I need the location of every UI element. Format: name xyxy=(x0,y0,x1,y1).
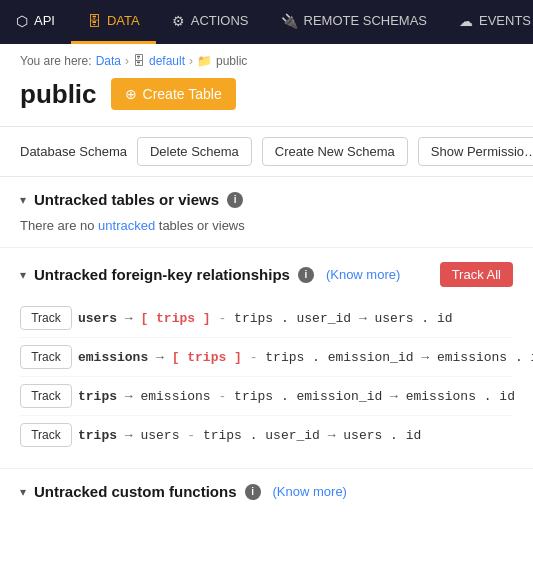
track-button-2[interactable]: Track xyxy=(20,384,72,408)
delete-schema-label: Delete Schema xyxy=(150,144,239,159)
schema-toolbar: Database Schema Delete Schema Create New… xyxy=(0,126,533,177)
delete-schema-button[interactable]: Delete Schema xyxy=(137,137,252,166)
table-row: Track trips → emissions - trips . emissi… xyxy=(20,377,513,416)
know-more-fk-link[interactable]: (Know more) xyxy=(326,267,400,282)
breadcrumb-data-link[interactable]: Data xyxy=(96,54,121,68)
create-new-schema-label: Create New Schema xyxy=(275,144,395,159)
nav-label-actions: ACTIONS xyxy=(191,13,249,28)
rel-detail-0: users → [ trips ] - trips . user_id → us… xyxy=(78,311,453,326)
track-all-button[interactable]: Track All xyxy=(440,262,513,287)
rel-detail-2: trips → emissions - trips . emission_id … xyxy=(78,389,515,404)
nav-item-data[interactable]: 🗄 DATA xyxy=(71,0,156,44)
nav-item-actions[interactable]: ⚙ ACTIONS xyxy=(156,0,265,44)
untracked-tables-title: Untracked tables or views xyxy=(34,191,219,208)
chevron-down-icon: ▾ xyxy=(20,193,26,207)
show-permissions-label: Show Permissio… xyxy=(431,144,533,159)
untracked-functions-title: Untracked custom functions xyxy=(34,483,237,500)
page-header: public ⊕ Create Table xyxy=(0,74,533,126)
breadcrumb-public: public xyxy=(216,54,247,68)
chevron-down-icon-fk: ▾ xyxy=(20,268,26,282)
know-more-functions-link[interactable]: (Know more) xyxy=(273,484,347,499)
plus-icon: ⊕ xyxy=(125,86,137,102)
create-table-label: Create Table xyxy=(143,86,222,102)
untracked-link[interactable]: untracked xyxy=(98,218,155,233)
create-new-schema-button[interactable]: Create New Schema xyxy=(262,137,408,166)
chevron-down-icon-functions: ▾ xyxy=(20,485,26,499)
rel-detail-3: trips → users - trips . user_id → users … xyxy=(78,428,421,443)
track-button-0[interactable]: Track xyxy=(20,306,72,330)
data-icon: 🗄 xyxy=(87,13,101,29)
untracked-fk-header[interactable]: ▾ Untracked foreign-key relationships i … xyxy=(20,262,513,287)
untracked-fk-section: ▾ Untracked foreign-key relationships i … xyxy=(0,248,533,469)
create-table-button[interactable]: ⊕ Create Table xyxy=(111,78,236,110)
breadcrumb: You are here: Data › 🗄 default › 📁 publi… xyxy=(0,44,533,74)
relationships-list: Track users → [ trips ] - trips . user_i… xyxy=(20,299,513,454)
top-navigation: ⬡ API 🗄 DATA ⚙ ACTIONS 🔌 REMOTE SCHEMAS … xyxy=(0,0,533,44)
untracked-tables-section: ▾ Untracked tables or views i There are … xyxy=(0,177,533,248)
schema-label: Database Schema xyxy=(20,144,127,159)
untracked-tables-header[interactable]: ▾ Untracked tables or views i xyxy=(20,191,513,208)
main-content: ▾ Untracked tables or views i There are … xyxy=(0,177,533,524)
nav-label-events: EVENTS xyxy=(479,13,531,28)
table-row: Track emissions → [ trips ] - trips . em… xyxy=(20,338,513,377)
table-row: Track users → [ trips ] - trips . user_i… xyxy=(20,299,513,338)
no-untracked-tables-text: There are no untracked tables or views xyxy=(20,218,513,233)
actions-icon: ⚙ xyxy=(172,13,185,29)
nav-label-data: DATA xyxy=(107,13,140,28)
breadcrumb-sep1: › xyxy=(125,54,129,68)
untracked-fk-title: Untracked foreign-key relationships xyxy=(34,266,290,283)
track-button-3[interactable]: Track xyxy=(20,423,72,447)
table-row: Track trips → users - trips . user_id → … xyxy=(20,416,513,454)
track-button-1[interactable]: Track xyxy=(20,345,72,369)
events-icon: ☁ xyxy=(459,13,473,29)
untracked-tables-info-icon[interactable]: i xyxy=(227,192,243,208)
remote-schemas-icon: 🔌 xyxy=(281,13,298,29)
breadcrumb-default-link[interactable]: default xyxy=(149,54,185,68)
breadcrumb-prefix: You are here: xyxy=(20,54,92,68)
show-permissions-button[interactable]: Show Permissio… xyxy=(418,137,533,166)
page-title: public xyxy=(20,79,97,110)
nav-label-remote-schemas: REMOTE SCHEMAS xyxy=(304,13,428,28)
untracked-functions-section: ▾ Untracked custom functions i (Know mor… xyxy=(0,469,533,524)
api-icon: ⬡ xyxy=(16,13,28,29)
nav-item-api[interactable]: ⬡ API xyxy=(0,0,71,44)
nav-label-api: API xyxy=(34,13,55,28)
nav-item-remote-schemas[interactable]: 🔌 REMOTE SCHEMAS xyxy=(265,0,444,44)
rel-detail-1: emissions → [ trips ] - trips . emission… xyxy=(78,350,533,365)
breadcrumb-sep2: › xyxy=(189,54,193,68)
untracked-fk-info-icon[interactable]: i xyxy=(298,267,314,283)
database-icon: 🗄 xyxy=(133,54,145,68)
nav-item-events[interactable]: ☁ EVENTS xyxy=(443,0,533,44)
untracked-functions-header[interactable]: ▾ Untracked custom functions i (Know mor… xyxy=(20,483,513,500)
folder-icon: 📁 xyxy=(197,54,212,68)
untracked-functions-info-icon[interactable]: i xyxy=(245,484,261,500)
